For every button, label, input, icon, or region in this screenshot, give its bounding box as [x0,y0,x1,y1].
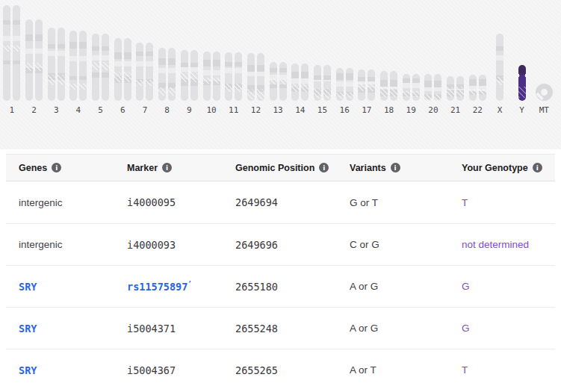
chromosome-label: 4 [76,105,81,116]
chromosome-18[interactable]: 18 [378,71,400,116]
chromosome-label: 17 [362,105,371,116]
chromosome-ideogram [358,69,375,101]
table-row: intergenici40000952649694G or TT [6,181,555,223]
variants: G or T [350,197,462,208]
gene-link[interactable]: SRY [19,281,127,293]
chromosome-6[interactable]: 6 [111,38,134,116]
chromosome-label: 21 [450,105,460,116]
chromosome-15[interactable]: 15 [312,65,334,116]
chromosome-label: 11 [229,105,238,116]
column-label: Genomic Position [235,163,314,173]
genomic-position: 2649694 [235,196,350,208]
marker-id: i5004367 [127,364,235,376]
table-row: SRYrs11575897’2655180A or GG [6,265,555,307]
chromosome-label: 3 [54,105,59,116]
chromosome-2[interactable]: 2 [23,19,46,116]
info-icon[interactable]: i [52,163,61,172]
your-genotype: T [462,364,555,376]
chromosome-ideogram [25,19,43,101]
chromosome-ideogram [336,68,353,101]
chromosome-label: 22 [473,105,483,116]
chromosome-label: 12 [251,105,261,116]
chromosome-10[interactable]: 10 [200,52,223,116]
info-icon[interactable]: i [533,163,542,172]
chromosome-8[interactable]: 8 [156,48,179,116]
chromosome-ideogram [136,43,153,101]
table-row: intergenici40000932649696C or Gnot deter… [6,223,555,265]
chromosome-label: 18 [384,105,394,116]
variants: A or G [350,281,462,292]
chromosome-row: 12345678910111213141516171819202122XYMT [0,0,561,116]
chromosome-ideogram [403,74,420,101]
info-icon[interactable]: i [391,163,400,172]
column-header-marker: Markeri [127,163,235,173]
chromosome-label: 13 [273,105,282,116]
genomic-position: 2649696 [235,239,350,251]
chromosome-label: 7 [143,105,148,116]
chromosome-ideogram [3,5,20,101]
chromosome-22[interactable]: 22 [466,75,489,116]
gene-link[interactable]: SRY [19,364,127,376]
variants: C or G [350,239,462,250]
marker-id: i4000093 [127,239,235,251]
column-label: Your Genotype [462,163,528,173]
chromosome-ideogram [447,76,464,101]
chromosome-3[interactable]: 3 [45,28,67,116]
column-label: Genes [19,163,47,173]
genomic-position: 2655180 [235,281,350,293]
chromosome-label: X [498,105,503,116]
your-genotype: G [462,323,555,334]
chromosome-Y[interactable]: Y [511,65,533,116]
chromosome-ideogram [518,65,526,101]
chromosome-ideogram [158,48,176,101]
chromosome-ideogram [92,34,109,101]
marker-table: GenesiMarkeriGenomic PositioniVariantsiY… [6,154,555,391]
column-label: Variants [350,163,386,173]
marker-link[interactable]: rs11575897’ [127,280,235,293]
chromosome-20[interactable]: 20 [422,74,444,116]
chromosome-19[interactable]: 19 [400,74,422,116]
chromosome-ideogram [424,74,441,101]
column-header-variants: Variantsi [350,163,462,173]
chromosome-ideogram [114,38,131,101]
chromosome-ideogram [203,52,220,101]
chromosome-ideogram [496,34,503,101]
info-icon[interactable]: i [162,163,172,172]
chromosome-14[interactable]: 14 [289,63,312,116]
chromosome-ideogram [48,28,65,101]
chromosome-13[interactable]: 13 [267,62,289,116]
chromosome-11[interactable]: 11 [223,52,245,116]
variants: A or T [350,364,462,376]
chromosome-X[interactable]: X [489,34,511,116]
chromosome-label: 9 [187,105,192,116]
chromosome-9[interactable]: 9 [179,50,201,116]
chromosome-ideogram [69,31,87,101]
chromosome-7[interactable]: 7 [134,43,156,116]
chromosome-label: 8 [164,105,170,116]
chromosome-MT[interactable]: MT [533,84,556,116]
table-body: intergenici40000952649694G or TTintergen… [6,181,555,391]
chromosome-label: 20 [428,105,438,116]
chromosome-ideogram [380,71,397,101]
chromosome-label: 5 [98,105,103,116]
chromosome-ideogram [291,63,309,101]
karyotype-panel: 12345678910111213141516171819202122XYMT [0,0,561,149]
chromosome-12[interactable]: 12 [245,53,267,116]
chromosome-ideogram [270,62,287,101]
chromosome-label: 1 [10,105,15,116]
chromosome-1[interactable]: 1 [1,5,23,116]
info-icon[interactable]: i [319,163,329,172]
chromosome-label: 14 [295,105,305,116]
your-genotype: not determined [462,239,555,250]
marker-id: i4000095 [127,196,235,208]
gene-link[interactable]: SRY [19,323,127,335]
chromosome-17[interactable]: 17 [356,69,378,116]
chromosome-21[interactable]: 21 [444,76,467,116]
chromosome-5[interactable]: 5 [90,34,112,116]
chromosome-ideogram [314,65,331,101]
marker-id: i5004371 [127,323,235,335]
genomic-position: 2655248 [235,323,350,335]
chromosome-4[interactable]: 4 [67,31,90,116]
table-row: SRYi50043712655248A or GG [6,307,555,349]
chromosome-16[interactable]: 16 [333,68,356,116]
